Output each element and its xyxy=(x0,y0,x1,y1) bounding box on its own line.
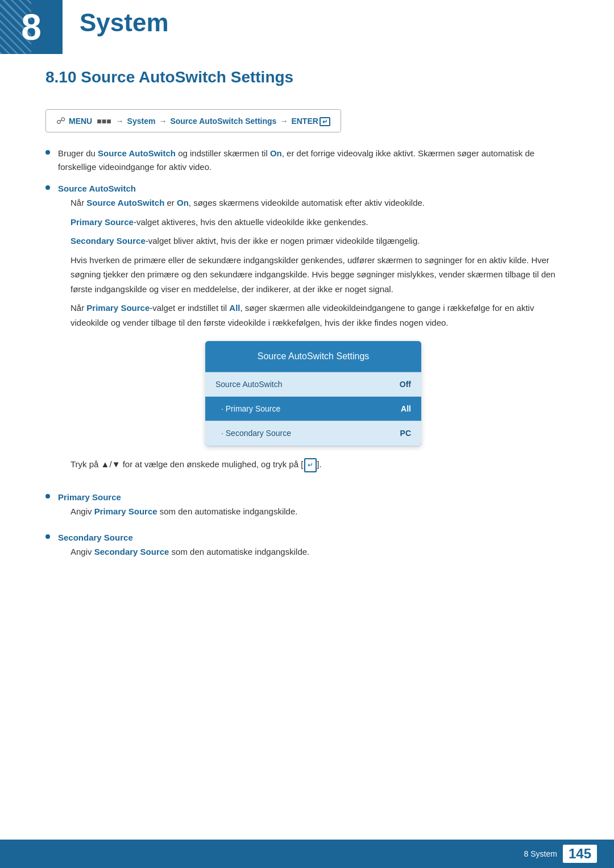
sub5-bold: Primary Source xyxy=(86,303,150,313)
bullet4-pre: Angiv xyxy=(70,547,94,556)
bullet1-bold1: Source AutoSwitch xyxy=(98,148,176,158)
row-value-0: Off xyxy=(400,378,411,391)
bullet1-text-pre: Bruger du xyxy=(58,148,98,158)
breadcrumb-enter: ENTER↵ xyxy=(291,117,330,126)
breadcrumb-settings: Source AutoSwitch Settings xyxy=(170,117,276,126)
row-label-1: · Primary Source xyxy=(221,402,280,415)
bullet2-label: Source AutoSwitch xyxy=(58,184,136,193)
sub-text-1: Når Source AutoSwitch er On, søges skærm… xyxy=(70,196,569,210)
sub3-post: -valget bliver aktivt, hvis der ikke er … xyxy=(146,236,420,246)
section-heading: Source AutoSwitch Settings xyxy=(81,68,293,86)
sub-text-2: Primary Source-valget aktiveres, hvis de… xyxy=(70,215,569,230)
sub-text-3: Secondary Source-valget bliver aktivt, h… xyxy=(70,234,569,248)
sub5-mid: -valget er indstillet til xyxy=(150,303,229,313)
chapter-block-inner: 8 xyxy=(0,0,63,54)
breadcrumb-arrow1: → xyxy=(116,117,124,126)
sub2-post: -valget aktiveres, hvis den aktuelle vid… xyxy=(134,217,368,227)
ui-panel-row-2: · Secondary Source PC xyxy=(205,421,421,446)
sub1-post: , søges skærmens videokilde automatisk e… xyxy=(189,198,425,207)
main-content: 8.10 Source AutoSwitch Settings ☍ MENU ■… xyxy=(0,57,614,617)
bullet3-post: som den automatiske indgangskilde. xyxy=(157,506,298,516)
section-number: 8.10 xyxy=(45,68,77,86)
bullet-item-4: Secondary Source Angiv Secondary Source … xyxy=(45,531,569,564)
bullet-dot-1 xyxy=(45,150,50,155)
sub3-bold: Secondary Source xyxy=(70,236,146,246)
stripes-overlay xyxy=(0,0,31,54)
ui-panel-wrapper: Source AutoSwitch Settings Source AutoSw… xyxy=(58,341,569,446)
row-value-2: PC xyxy=(400,427,411,439)
breadcrumb-arrow2: → xyxy=(159,117,167,126)
chapter-title: System xyxy=(80,0,169,37)
sub2-bold: Primary Source xyxy=(70,217,134,227)
bullet-content-1: Bruger du Source AutoSwitch og indstille… xyxy=(58,147,569,174)
bullet3-subtext: Angiv Primary Source som den automatiske… xyxy=(70,504,569,519)
bullet-content-2: Source AutoSwitch Når Source AutoSwitch … xyxy=(58,182,569,483)
navigation-text: Tryk på ▲/▼ for at vælge den ønskede mul… xyxy=(70,458,569,472)
ui-panel-row-0: Source AutoSwitch Off xyxy=(205,372,421,397)
bullet-content-4: Secondary Source Angiv Secondary Source … xyxy=(58,531,569,564)
ui-panel-row-1: · Primary Source All xyxy=(205,397,421,421)
bullet3-pre: Angiv xyxy=(70,506,94,516)
nav-text-end: ]. xyxy=(317,459,321,469)
sub4-text: Hvis hverken de primære eller de sekundæ… xyxy=(70,255,555,294)
footer-label: 8 System xyxy=(524,849,557,858)
footer: 8 System 145 xyxy=(0,840,614,868)
sub1-bold: Source AutoSwitch xyxy=(86,198,164,207)
sub5-bold2: All xyxy=(229,303,240,313)
menu-icon: ☍ xyxy=(56,115,65,126)
section-title: 8.10 Source AutoSwitch Settings xyxy=(45,68,569,92)
bullet3-label: Primary Source xyxy=(58,492,121,502)
enter-icon: ↵ xyxy=(304,458,317,472)
bullet3-bold: Primary Source xyxy=(94,506,157,516)
breadcrumb-menu: MENU xyxy=(69,117,92,126)
sub1-mid: er xyxy=(164,198,177,207)
bullet-dot-4 xyxy=(45,534,50,539)
bullet4-post: som den automatiske indgangskilde. xyxy=(169,547,309,556)
bullet-dot-2 xyxy=(45,185,50,190)
footer-page: 145 xyxy=(563,845,597,863)
bullet1-bold2: On xyxy=(270,148,282,158)
bullet4-bold: Secondary Source xyxy=(94,547,169,556)
bullet-item-2: Source AutoSwitch Når Source AutoSwitch … xyxy=(45,182,569,483)
bullet-dot-3 xyxy=(45,494,50,499)
bullet4-subtext: Angiv Secondary Source som den automatis… xyxy=(70,545,569,559)
bullet-item-3: Primary Source Angiv Primary Source som … xyxy=(45,491,569,524)
row-label-2: · Secondary Source xyxy=(221,427,291,439)
row-value-1: All xyxy=(401,402,411,415)
bullet-item-1: Bruger du Source AutoSwitch og indstille… xyxy=(45,147,569,174)
breadcrumb-arrow3: → xyxy=(280,117,288,126)
breadcrumb: ☍ MENU ■■■ → System → Source AutoSwitch … xyxy=(45,109,341,132)
nav-text-pre: Tryk på ▲/▼ for at vælge den ønskede mul… xyxy=(70,459,303,469)
breadcrumb-system: System xyxy=(127,117,156,126)
ui-panel: Source AutoSwitch Settings Source AutoSw… xyxy=(205,341,421,446)
sub1-on: On xyxy=(177,198,189,207)
chapter-block: 8 xyxy=(0,0,63,54)
sub-text-5: Når Primary Source-valget er indstillet … xyxy=(70,301,569,330)
sub1-pre: Når xyxy=(70,198,86,207)
bullet1-text-mid: og indstiller skærmen til xyxy=(176,148,270,158)
sub-text-4: Hvis hverken de primære eller de sekundæ… xyxy=(70,253,569,297)
chapter-header: 8 System xyxy=(0,0,614,54)
row-label-0: Source AutoSwitch xyxy=(215,378,283,391)
sub5-pre: Når xyxy=(70,303,86,313)
bullet4-label: Secondary Source xyxy=(58,533,133,542)
bullet-content-3: Primary Source Angiv Primary Source som … xyxy=(58,491,569,524)
ui-panel-title: Source AutoSwitch Settings xyxy=(205,341,421,372)
